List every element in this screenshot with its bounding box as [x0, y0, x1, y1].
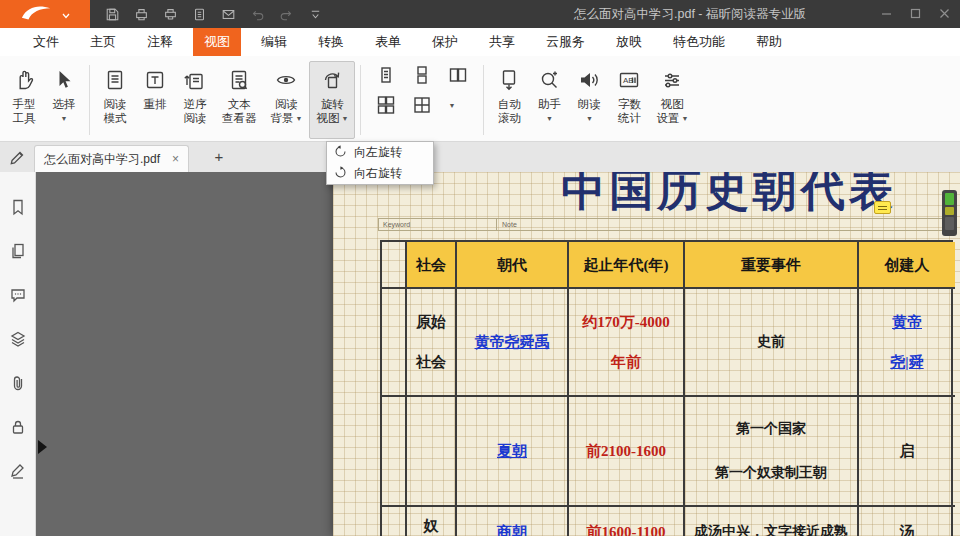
navigation-sidebar [0, 172, 36, 536]
hand-tool-icon [12, 65, 36, 95]
dropdown-arrow-icon: ▼ [296, 112, 303, 126]
founder-link[interactable]: 黄帝 [892, 313, 922, 331]
menu-home[interactable]: 主页 [79, 28, 127, 56]
dynasty-link[interactable]: 商朝 [497, 523, 527, 536]
annotate-pen-icon[interactable] [9, 147, 27, 165]
table-margin-cell [382, 507, 407, 536]
email-icon[interactable] [220, 6, 236, 22]
dynasty-cell: 黄帝尧舜禹 [457, 289, 569, 397]
document-icon[interactable] [191, 6, 207, 22]
note-label: Note [497, 221, 517, 228]
reverse-read-button[interactable]: 逆序 阅读 [175, 61, 215, 139]
dynasty-link[interactable]: 黄帝尧舜禹 [475, 333, 550, 351]
security-panel-icon[interactable] [9, 418, 27, 436]
comments-panel-icon[interactable] [9, 286, 27, 304]
view-settings-button[interactable]: 视图 设置▼ [649, 61, 695, 139]
menu-form[interactable]: 表单 [364, 28, 412, 56]
menu-share[interactable]: 共享 [478, 28, 526, 56]
word-count-icon: AB [617, 65, 641, 95]
menu-edit[interactable]: 编辑 [250, 28, 298, 56]
word-count-button[interactable]: AB 字数 统计 [609, 61, 649, 139]
new-tab-button[interactable]: + [210, 146, 228, 168]
read-background-button[interactable]: 阅读 背景▼ [264, 61, 310, 139]
signature-panel-icon[interactable] [9, 462, 27, 480]
print-icon[interactable] [133, 6, 149, 22]
menu-cloud[interactable]: 云服务 [535, 28, 596, 56]
field-label-strip: Keyword Note [378, 218, 951, 231]
pdf-page[interactable]: 中国历史朝代表 Keyword Note 社会 朝代 起止年代(年) 重要事件 … [333, 172, 960, 536]
text-viewer-icon [227, 65, 251, 95]
rotate-right-menu-item[interactable]: 向右旋转 [327, 163, 433, 184]
pdf-page-title: 中国历史朝代表 [561, 172, 897, 220]
save-icon[interactable] [104, 6, 120, 22]
layers-panel-icon[interactable] [9, 330, 27, 348]
menu-features[interactable]: 特色功能 [662, 28, 736, 56]
facing-continuous-icon[interactable] [374, 93, 398, 117]
reflow-button[interactable]: 重排 [135, 61, 175, 139]
menu-bar: 文件 主页 注释 视图 编辑 转换 表单 保护 共享 云服务 放映 特色功能 帮… [0, 28, 960, 56]
page-layout-group: ▼ [366, 61, 478, 139]
scroll-indicator-widget[interactable] [942, 190, 957, 236]
ribbon-divider [360, 65, 361, 135]
hand-tool-button[interactable]: 手型 工具 [4, 61, 44, 139]
select-tool-button[interactable]: 选择▼ [44, 61, 84, 139]
menu-convert[interactable]: 转换 [307, 28, 355, 56]
period-cell: 约170万-4000 年前 [569, 289, 685, 397]
document-area[interactable]: 中国历史朝代表 Keyword Note 社会 朝代 起止年代(年) 重要事件 … [36, 172, 960, 536]
events-cell: 史前 [685, 289, 859, 397]
foxit-logo[interactable] [0, 0, 90, 28]
menu-comment[interactable]: 注释 [136, 28, 184, 56]
rotate-right-icon [334, 166, 347, 182]
society-cell: 原始 社会 [407, 289, 457, 397]
active-document-tab[interactable]: 怎么面对高中学习.pdf × [34, 145, 189, 172]
tab-close-icon[interactable]: × [172, 153, 179, 165]
rotate-left-menu-item[interactable]: 向左旋转 [327, 142, 433, 163]
maximize-icon[interactable] [910, 5, 921, 23]
events-cell: 成汤中兴，文字接近成熟 [685, 507, 859, 536]
pages-panel-icon[interactable] [9, 242, 27, 260]
text-viewer-button[interactable]: 文本 查看器 [215, 61, 264, 139]
dropdown-arrow-icon: ▼ [681, 112, 688, 126]
foxit-bird-icon [20, 2, 52, 26]
table-corner-cell [382, 242, 407, 289]
titlebar: 怎么面对高中学习.pdf - 福昕阅读器专业版 [0, 0, 960, 28]
table-margin-cell [382, 289, 407, 397]
undo-icon[interactable] [249, 6, 265, 22]
redo-icon[interactable] [278, 6, 294, 22]
dropdown-arrow-icon[interactable]: ▼ [448, 102, 455, 109]
menu-file[interactable]: 文件 [22, 28, 70, 56]
table-header-events: 重要事件 [685, 242, 859, 289]
ribbon-divider [89, 65, 90, 135]
rotate-view-dropdown: 向左旋转 向右旋转 [326, 141, 434, 185]
menu-view[interactable]: 视图 [193, 28, 241, 56]
customize-toolbar-icon[interactable] [307, 6, 323, 22]
single-page-icon[interactable] [374, 63, 398, 87]
founder-link[interactable]: 尧|舜 [890, 353, 923, 371]
table-margin-cell [382, 397, 407, 507]
sidebar-expand-handle[interactable] [38, 440, 47, 454]
table-header-dynasty: 朝代 [457, 242, 569, 289]
split-view-icon[interactable] [410, 93, 434, 117]
foxit-reader-window: 怎么面对高中学习.pdf - 福昕阅读器专业版 文件 主页 注释 视图 编辑 转… [0, 0, 960, 536]
assistant-button[interactable]: 助手▼ [529, 61, 569, 139]
quick-print-icon[interactable] [162, 6, 178, 22]
note-annotation-icon[interactable] [874, 201, 891, 214]
reflow-icon [143, 65, 167, 95]
rotate-view-button[interactable]: 旋转 视图▼ [309, 61, 355, 139]
menu-present[interactable]: 放映 [605, 28, 653, 56]
read-mode-button[interactable]: 阅读 模式 [95, 61, 135, 139]
read-aloud-button[interactable]: 朗读▼ [569, 61, 609, 139]
table-header-period: 起止年代(年) [569, 242, 685, 289]
logo-chevron-icon [62, 5, 70, 23]
auto-scroll-button[interactable]: 自动 滚动 [489, 61, 529, 139]
bookmarks-panel-icon[interactable] [9, 198, 27, 216]
continuous-page-icon[interactable] [410, 63, 434, 87]
menu-help[interactable]: 帮助 [745, 28, 793, 56]
close-icon[interactable] [939, 5, 950, 23]
dynasty-link[interactable]: 夏朝 [497, 442, 527, 460]
menu-protect[interactable]: 保护 [421, 28, 469, 56]
facing-pages-icon[interactable] [446, 63, 470, 87]
read-mode-icon [103, 65, 127, 95]
attachments-panel-icon[interactable] [9, 374, 27, 392]
minimize-icon[interactable] [881, 5, 892, 23]
